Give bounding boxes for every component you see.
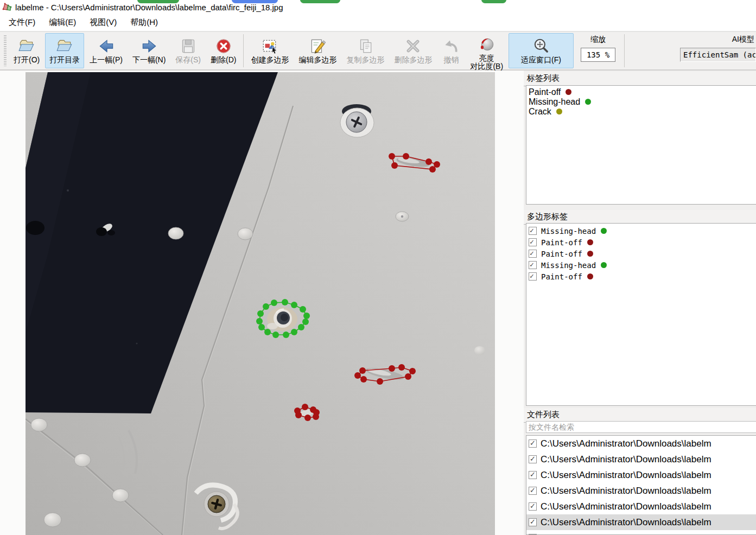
- label-color-dot: [556, 109, 562, 114]
- file-path: C:\Users\Administrator\Downloads\labelm: [541, 501, 711, 512]
- file-checkbox[interactable]: [529, 471, 537, 479]
- polygon-color-dot: [601, 228, 607, 234]
- prev-image-button[interactable]: 上一幅(P): [85, 33, 127, 68]
- undo-arrow-icon: [442, 36, 460, 56]
- brightness-label-line2: 对比度(B): [470, 62, 503, 71]
- ai-model-group: AI模型 EfficientSam (ac: [680, 32, 756, 69]
- ai-model-select[interactable]: EfficientSam (ac: [680, 48, 756, 62]
- top-screw: [340, 104, 374, 137]
- save-button: 保存(S): [171, 33, 205, 68]
- file-list-item[interactable]: C:\Users\Administrator\Downloads\labelm: [526, 514, 756, 530]
- open-folder-icon: [17, 36, 36, 56]
- missing-head-hole: [267, 307, 297, 331]
- label-color-dot: [566, 89, 571, 95]
- polygon-label: Missing-head: [541, 227, 596, 235]
- file-checkbox[interactable]: [529, 487, 537, 495]
- open-button[interactable]: 打开(O): [9, 33, 44, 68]
- artifact-pill: [137, 0, 179, 3]
- open-label: 打开(O): [14, 56, 40, 64]
- file-path: C:\Users\Administrator\Downloads\labelm: [541, 517, 711, 528]
- zoom-control-group: 缩放 135 %: [574, 32, 622, 69]
- polygon-label: Paint-off: [541, 250, 582, 258]
- file-checkbox[interactable]: [529, 518, 537, 526]
- label-list: Paint-off Missing-head Crack: [526, 85, 756, 205]
- delete-file-label: 删除(D): [211, 56, 236, 64]
- next-image-label: 下一幅(N): [132, 56, 166, 64]
- edit-polygon-label: 编辑多边形: [298, 56, 336, 64]
- file-checkbox[interactable]: [529, 440, 537, 448]
- polygon-label: Paint-off: [541, 238, 582, 247]
- fit-window-button[interactable]: 适应窗口(F): [509, 33, 574, 68]
- polygon-list-panel-title[interactable]: 多边形标签: [524, 210, 756, 225]
- create-polygon-button[interactable]: 创建多边形: [246, 33, 293, 68]
- label-list-panel-title[interactable]: 标签列表: [524, 72, 756, 86]
- polygon-visibility-checkbox[interactable]: [529, 238, 537, 246]
- delete-polygon-label: 删除多边形: [394, 56, 432, 64]
- menu-edit[interactable]: 编辑(E): [43, 15, 81, 30]
- polygon-visibility-checkbox[interactable]: [529, 261, 537, 269]
- gray-x-icon: [404, 36, 422, 56]
- artifact-pill: [232, 0, 278, 3]
- delete-file-button[interactable]: 删除(D): [206, 33, 240, 68]
- polygon-label: Paint-off: [541, 272, 582, 281]
- file-path: C:\Users\Administrator\Downloads\labelm: [541, 454, 711, 465]
- label-list-item[interactable]: Missing-head: [529, 97, 756, 106]
- polygon-list-item[interactable]: Paint-off: [528, 237, 756, 248]
- menu-view[interactable]: 视图(V): [84, 15, 122, 30]
- file-checkbox[interactable]: [529, 502, 537, 511]
- undo-button: 撤销: [437, 33, 465, 68]
- file-list-item[interactable]: C:\Users\Administrator\Downloads\labelm: [526, 483, 756, 499]
- toolbar-drag-handle[interactable]: [4, 35, 7, 66]
- menu-help[interactable]: 帮助(H): [125, 15, 163, 30]
- polygon-color-dot: [587, 251, 593, 257]
- file-list-item[interactable]: C:\Users\Administrator\Downloads\labelm: [526, 467, 756, 483]
- menu-file[interactable]: 文件(F): [3, 15, 41, 30]
- polygon-list-item[interactable]: Paint-off: [528, 271, 756, 282]
- toolbar: 打开(O) 打开目录 上一幅(P) 下一幅(N): [0, 31, 756, 71]
- window-titlebar: labelme - C:\Users\Administrator\Downloa…: [0, 0, 756, 14]
- file-path: C:\Users\Administrator\Downloads\labelm: [541, 470, 711, 481]
- file-list-item[interactable]: C:\Users\Administrator\Downloads\labelm: [526, 436, 756, 451]
- label-list-item[interactable]: Paint-off: [529, 87, 756, 97]
- polygon-list-item[interactable]: Missing-head: [528, 225, 756, 237]
- label-list-item[interactable]: Crack: [529, 106, 756, 116]
- zoom-caption: 缩放: [590, 35, 606, 44]
- polygon-color-dot: [601, 262, 607, 268]
- brightness-contrast-button[interactable]: 亮度 对比度(B): [466, 33, 507, 68]
- zoom-spinbox[interactable]: 135 %: [581, 48, 615, 62]
- artifact-pill: [481, 0, 506, 3]
- file-list: C:\Users\Administrator\Downloads\labelm …: [526, 435, 756, 535]
- polygon-visibility-checkbox[interactable]: [529, 272, 537, 281]
- polygon-color-dot: [587, 239, 593, 245]
- polygon-list: Missing-head Paint-off Paint-off: [526, 223, 756, 406]
- fit-window-label: 适应窗口(F): [521, 56, 561, 64]
- file-list-item[interactable]: C:\Users\Administrator\Downloads\labelm: [526, 451, 756, 467]
- polygon-visibility-checkbox[interactable]: [529, 227, 537, 235]
- delete-polygon-button: 删除多边形: [390, 33, 436, 68]
- file-list-item[interactable]: C:\Users\Administrator\Downloads\labelm: [526, 530, 756, 535]
- image-canvas[interactable]: [26, 72, 495, 535]
- next-image-button[interactable]: 下一幅(N): [128, 33, 170, 68]
- brightness-label-line1: 亮度: [479, 54, 494, 62]
- save-floppy-icon: [179, 36, 198, 56]
- file-search-input[interactable]: [526, 421, 756, 433]
- arrow-left-icon: [97, 36, 116, 56]
- file-checkbox[interactable]: [529, 455, 537, 463]
- label-color-dot: [585, 99, 591, 105]
- label-name: Paint-off: [529, 87, 561, 97]
- polygon-list-item[interactable]: Paint-off: [528, 248, 756, 259]
- polygon-visibility-checkbox[interactable]: [529, 250, 537, 258]
- file-list-item[interactable]: C:\Users\Administrator\Downloads\labelm: [526, 499, 756, 514]
- brightness-contrast-icon: [478, 36, 496, 54]
- polygon-color-dot: [587, 273, 593, 279]
- edit-polygon-button[interactable]: 编辑多边形: [294, 33, 341, 68]
- menu-bar: 文件(F) 编辑(E) 视图(V) 帮助(H): [0, 14, 756, 31]
- open-dir-label: 打开目录: [49, 56, 80, 64]
- toolbar-separator-2: [624, 34, 625, 67]
- label-name: Missing-head: [529, 97, 580, 106]
- file-list-panel-title[interactable]: 文件列表: [524, 408, 756, 423]
- polygon-list-item[interactable]: Missing-head: [528, 259, 756, 271]
- copy-icon: [356, 36, 374, 56]
- edit-pencil-icon: [308, 36, 327, 56]
- open-dir-button[interactable]: 打开目录: [45, 33, 84, 68]
